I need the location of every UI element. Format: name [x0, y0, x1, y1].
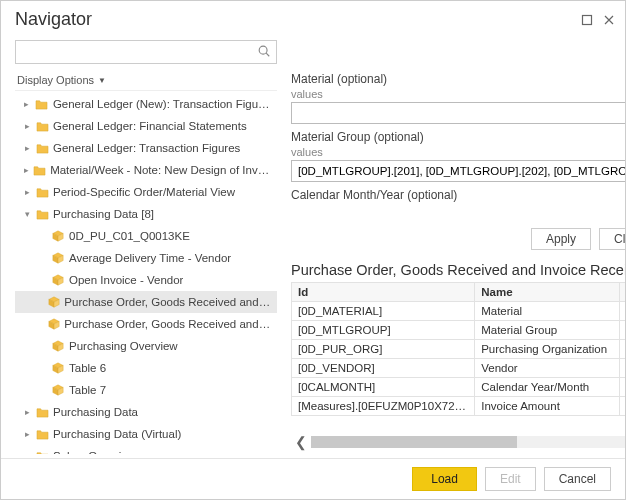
tree-node-label: Purchasing Overview — [69, 340, 178, 352]
column-header[interactable]: Description — [620, 283, 626, 302]
folder-icon — [33, 164, 46, 176]
cube-icon — [48, 296, 60, 308]
tree-node[interactable]: ▸General Ledger (New): Transaction Figur… — [15, 93, 277, 115]
table-row[interactable]: [0D_PUR_ORG]Purchasing Organization — [292, 340, 627, 359]
table-row[interactable]: [0D_MATERIAL]Material — [292, 302, 627, 321]
tree-node[interactable]: ▸Purchasing Data (Virtual) — [15, 423, 277, 445]
field-materialgroup-input[interactable] — [291, 160, 626, 182]
tree-node-label: Table 6 — [69, 362, 106, 374]
display-options-label: Display Options — [17, 74, 94, 86]
tree-node[interactable]: Purchase Order, Goods Received and Invoi… — [15, 291, 277, 313]
table-cell — [620, 397, 626, 416]
column-header[interactable]: Name — [475, 283, 620, 302]
table-cell: Material — [475, 302, 620, 321]
apply-button[interactable]: Apply — [531, 228, 591, 250]
table-row[interactable]: [0CALMONTH]Calendar Year/Month — [292, 378, 627, 397]
table-row[interactable]: [0D_VENDOR]Vendor — [292, 359, 627, 378]
column-header[interactable]: Id — [292, 283, 475, 302]
table-cell: Purchasing Organization — [475, 340, 620, 359]
cancel-button[interactable]: Cancel — [544, 467, 611, 491]
tree-node[interactable]: ▾Purchasing Data [8] — [15, 203, 277, 225]
tree-node[interactable]: Purchasing Overview — [15, 335, 277, 357]
table-cell: [0D_PUR_ORG] — [292, 340, 475, 359]
table-cell — [620, 378, 626, 397]
table-cell — [620, 321, 626, 340]
tree-node[interactable]: ▸General Ledger: Financial Statements — [15, 115, 277, 137]
folder-icon — [35, 406, 49, 418]
chevron-right-icon[interactable]: ▸ — [21, 407, 33, 417]
cube-icon — [51, 340, 65, 352]
chevron-right-icon[interactable]: ▸ — [21, 165, 31, 175]
folder-icon — [35, 98, 49, 110]
cube-icon — [51, 274, 65, 286]
chevron-right-icon[interactable]: ▸ — [21, 143, 33, 153]
search-icon[interactable] — [257, 44, 271, 58]
scroll-left-arrow[interactable]: ❮ — [291, 434, 311, 450]
tree-node[interactable]: ▸General Ledger: Transaction Figures — [15, 137, 277, 159]
horizontal-scrollbar[interactable]: ❮ ❯ — [291, 434, 626, 450]
table-cell: [0D_MATERIAL] — [292, 302, 475, 321]
svg-point-1 — [259, 46, 267, 54]
load-button[interactable]: Load — [412, 467, 477, 491]
folder-icon — [35, 208, 49, 220]
tree-node[interactable]: ▸Material/Week - Note: New Design of Inv… — [15, 159, 277, 181]
svg-rect-0 — [583, 15, 592, 24]
cube-icon — [51, 252, 65, 264]
chevron-right-icon[interactable]: ▸ — [21, 121, 33, 131]
chevron-right-icon[interactable]: ▸ — [21, 99, 33, 109]
chevron-down-icon: ▼ — [98, 76, 106, 85]
chevron-right-icon[interactable]: ▸ — [21, 187, 33, 197]
tree-node[interactable]: ▸Period-Specific Order/Material View — [15, 181, 277, 203]
display-options-dropdown[interactable]: Display Options ▼ — [17, 74, 277, 86]
folder-icon — [35, 450, 49, 454]
tree-node-label: Purchasing Data — [53, 406, 138, 418]
table-cell — [620, 302, 626, 321]
field-material-title: Material (optional) — [291, 72, 626, 86]
tree-node-label: Purchasing Data [8] — [53, 208, 154, 220]
tree-node[interactable]: Average Delivery Time - Vendor — [15, 247, 277, 269]
folder-icon — [35, 428, 49, 440]
table-cell: [0D_VENDOR] — [292, 359, 475, 378]
window-close-icon[interactable] — [603, 14, 615, 26]
scroll-track[interactable] — [311, 436, 626, 448]
tree-node-label: General Ledger: Transaction Figures — [53, 142, 240, 154]
tree-node-label: Sales: Overview — [53, 450, 136, 454]
edit-button: Edit — [485, 467, 536, 491]
table-cell: [0CALMONTH] — [292, 378, 475, 397]
tree-node[interactable]: Open Invoice - Vendor — [15, 269, 277, 291]
table-cell: Calendar Year/Month — [475, 378, 620, 397]
navigator-tree[interactable]: ▸General Ledger (New): Transaction Figur… — [15, 90, 277, 454]
window-title: Navigator — [15, 9, 92, 30]
table-row[interactable]: [Measures].[0EFUZM0P10X72MBPOYVBYISWVInv… — [292, 397, 627, 416]
preview-table[interactable]: IdNameDescription [0D_MATERIAL]Material[… — [291, 282, 626, 416]
tree-node[interactable]: ▸Purchasing Data — [15, 401, 277, 423]
tree-node-label: Table 7 — [69, 384, 106, 396]
tree-node[interactable]: Table 6 — [15, 357, 277, 379]
table-cell: [0D_MTLGROUP] — [292, 321, 475, 340]
chevron-down-icon[interactable]: ▾ — [21, 209, 33, 219]
clear-button[interactable]: Clear — [599, 228, 626, 250]
tree-node[interactable]: ▸Sales: Overview — [15, 445, 277, 454]
cube-icon — [51, 362, 65, 374]
cube-icon — [51, 384, 65, 396]
tree-node-label: Open Invoice - Vendor — [69, 274, 183, 286]
tree-node[interactable]: Purchase Order, Goods Received and Invoi… — [15, 313, 277, 335]
tree-node-label: General Ledger (New): Transaction Figure… — [53, 98, 273, 110]
chevron-right-icon[interactable]: ▸ — [21, 451, 33, 454]
tree-node-label: General Ledger: Financial Statements — [53, 120, 247, 132]
tree-node-label: 0D_PU_C01_Q0013KE — [69, 230, 190, 242]
svg-line-2 — [266, 53, 269, 56]
cube-icon — [48, 318, 60, 330]
table-cell: [Measures].[0EFUZM0P10X72MBPOYVBYISWV — [292, 397, 475, 416]
tree-node[interactable]: 0D_PU_C01_Q0013KE — [15, 225, 277, 247]
table-row[interactable]: [0D_MTLGROUP]Material Group — [292, 321, 627, 340]
search-input[interactable] — [15, 40, 277, 64]
field-material-input[interactable] — [291, 102, 626, 124]
preview-title: Purchase Order, Goods Received and Invoi… — [291, 262, 626, 278]
folder-icon — [35, 142, 49, 154]
tree-node[interactable]: Table 7 — [15, 379, 277, 401]
window-restore-icon[interactable] — [581, 14, 593, 26]
folder-icon — [35, 186, 49, 198]
chevron-right-icon[interactable]: ▸ — [21, 429, 33, 439]
table-cell — [620, 359, 626, 378]
